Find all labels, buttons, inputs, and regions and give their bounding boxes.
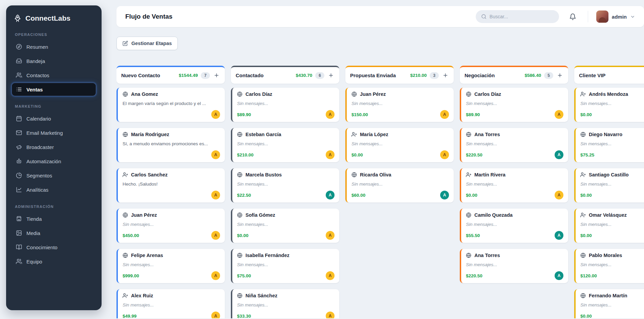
last-message: Sin mensajes... — [580, 141, 644, 146]
column-total: $1544.49 — [179, 73, 198, 78]
sidebar-item-label: Conocimiento — [26, 244, 58, 250]
deal-value: $33.30 — [237, 314, 251, 319]
deal-card[interactable]: Felipe ArenasSin mensajes...$999.00A — [116, 249, 225, 283]
deal-card[interactable]: Marcela BustosSin mensajes...$22.50A — [231, 168, 339, 203]
kanban-column-propuesta-enviada: Propuesta Enviada$210.003Juan PérezSin m… — [345, 66, 454, 318]
deal-card-header: María Rodriguez — [123, 132, 220, 137]
deal-card[interactable]: Martín RiveraSin mensajes...$0.00A — [460, 168, 568, 203]
globe-icon — [237, 212, 242, 218]
deal-card[interactable]: Niña SánchezSin mensajes...$33.30A — [231, 289, 339, 318]
agent-badge: A — [211, 271, 220, 280]
deal-card[interactable]: Santiago CastilloSin mensajes...$0.00A — [574, 168, 644, 203]
contact-name: Isabella Fernández — [245, 253, 289, 258]
deal-card[interactable]: Diego NavarroSin mensajes...$75.25A — [574, 128, 644, 162]
contact-name: Alex Ruiz — [131, 293, 153, 298]
last-message: Sin mensajes... — [123, 302, 220, 307]
add-card-button[interactable] — [442, 72, 449, 79]
sidebar-item-segmentos[interactable]: Segmentos — [12, 169, 96, 182]
deal-card[interactable]: Carlos DíazSin mensajes...$89.90A — [460, 88, 568, 122]
deal-card[interactable]: Andrés MendozaSin mensajes...$0.00A — [574, 88, 644, 122]
column-cards: Andrés MendozaSin mensajes...$0.00ADiego… — [574, 88, 644, 318]
last-message: Sin mensajes... — [351, 141, 449, 146]
deal-card[interactable]: Alex RuizSin mensajes...$49.99A — [116, 289, 225, 318]
sidebar-item-equipo[interactable]: Equipo — [12, 255, 96, 268]
sidebar-item-resumen[interactable]: Resumen — [12, 40, 96, 54]
sidebar-item-contactos[interactable]: Contactos — [12, 68, 96, 82]
sidebar-item-analiticas[interactable]: Analíticas — [12, 183, 96, 196]
deal-card-header: Fernando Martín — [580, 293, 644, 298]
deal-value: $0.00 — [580, 112, 592, 117]
deal-card[interactable]: Carlos DíazSin mensajes...$89.90A — [231, 88, 339, 122]
avatar — [596, 10, 608, 23]
chevron-down-icon — [630, 14, 635, 19]
contact-name: Carlos Díaz — [245, 91, 272, 97]
deal-card-header: Niña Sánchez — [237, 293, 335, 298]
column-cards: Carlos DíazSin mensajes...$89.90AAna Tor… — [460, 88, 568, 283]
last-message: Sin mensajes... — [237, 141, 335, 146]
deal-card-header: Andrés Mendoza — [580, 91, 644, 97]
media-icon — [16, 230, 22, 236]
globe-icon — [466, 91, 471, 97]
deal-card[interactable]: Esteban GarcíaSin mensajes...$210.00A — [231, 128, 339, 162]
search-box[interactable] — [476, 10, 559, 23]
username: admin — [612, 14, 627, 20]
deal-card[interactable]: Ana GomezEl margen varía según el produc… — [116, 88, 225, 122]
mail-icon — [16, 130, 22, 136]
contact-name: Omar Velásquez — [589, 212, 627, 218]
notifications-button[interactable] — [569, 13, 576, 20]
last-message: Hecho. ¡Saludos! — [123, 182, 220, 187]
sidebar-item-label: Resumen — [26, 44, 48, 50]
deal-card[interactable]: Sofía GómezSin mensajes...$0.00A — [231, 209, 339, 243]
deal-card[interactable]: Ana TorresSin mensajes...$220.50A — [460, 249, 568, 283]
globe-icon — [580, 253, 586, 258]
deal-card-footer: $89.90A — [237, 110, 335, 119]
sidebar-item-tienda[interactable]: Tienda — [12, 212, 96, 226]
deal-card[interactable]: Ana TorresSin mensajes...$220.50A — [460, 128, 568, 162]
deal-card[interactable]: Juan PérezSin mensajes...$150.00A — [345, 88, 454, 122]
last-message: Sin mensajes... — [466, 141, 563, 146]
contact-name: Carlos Sanchez — [131, 172, 168, 177]
deal-card[interactable]: María RodriguezSí, a menudo enviamos pro… — [116, 128, 225, 162]
globe-icon — [237, 91, 242, 97]
deal-card-header: Carlos Díaz — [466, 91, 563, 97]
deal-card-header: Pablo Morales — [580, 253, 644, 258]
agent-badge: A — [326, 271, 335, 280]
kanban-column-nuevo-contacto: Nuevo Contacto$1544.497Ana GomezEl marge… — [116, 66, 225, 318]
sidebar-item-broadcaster[interactable]: Broadcaster — [12, 140, 96, 154]
bell-icon — [569, 13, 576, 20]
globe-icon — [466, 253, 471, 258]
brand-name: ConnectLabs — [25, 14, 70, 22]
deal-card-header: Alex Ruiz — [123, 293, 220, 298]
deal-value: $49.99 — [123, 314, 136, 319]
add-card-button[interactable] — [556, 72, 563, 79]
deal-card[interactable]: Fernando MartínSin mensajes...$0.00A — [574, 289, 644, 318]
sidebar-item-calendario[interactable]: Calendario — [12, 112, 96, 125]
deal-card[interactable]: Omar VelásquezSin mensajes...$0.00A — [574, 209, 644, 243]
sidebar-item-label: Calendario — [26, 116, 51, 122]
user-menu[interactable]: admin — [596, 10, 635, 23]
search-input[interactable] — [490, 14, 554, 19]
deal-card-footer: $33.30A — [237, 312, 335, 318]
deal-card[interactable]: Juan PérezSin mensajes...$450.00A — [116, 209, 225, 243]
deal-card[interactable]: María LópezSin mensajes...$0.00A — [345, 128, 454, 162]
deal-card[interactable]: Carlos SanchezHecho. ¡Saludos!A — [116, 168, 225, 203]
sidebar-item-bandeja[interactable]: Bandeja — [12, 54, 96, 68]
sidebar-item-ventas[interactable]: Ventas — [12, 83, 96, 96]
deal-value: $89.90 — [237, 112, 251, 117]
contact-name: Andrés Mendoza — [589, 91, 628, 97]
sidebar-item-email-marketing[interactable]: Email Marketing — [12, 126, 96, 140]
manage-stages-button[interactable]: Gestionar Etapas — [116, 37, 178, 50]
topbar: Flujo de Ventas admin — [116, 6, 644, 27]
deal-card[interactable]: Camilo QuezadaSin mensajes...$55.50A — [460, 209, 568, 243]
sidebar-item-conocimiento[interactable]: Conocimiento — [12, 240, 96, 254]
deal-card[interactable]: Pablo MoralesSin mensajes...$120.00A — [574, 249, 644, 283]
deal-card[interactable]: Isabella FernándezSin mensajes...$75.00A — [231, 249, 339, 283]
deal-value: $120.00 — [580, 273, 597, 278]
sidebar-item-automatizacion[interactable]: Automatización — [12, 154, 96, 168]
sidebar-item-media[interactable]: Media — [12, 226, 96, 240]
last-message: Sin mensajes... — [466, 101, 563, 106]
add-card-button[interactable] — [327, 72, 335, 79]
deal-card[interactable]: Ricarda OlivaSin mensajes...$60.00A — [345, 168, 454, 203]
add-card-button[interactable] — [213, 72, 220, 79]
globe-icon — [237, 253, 242, 258]
